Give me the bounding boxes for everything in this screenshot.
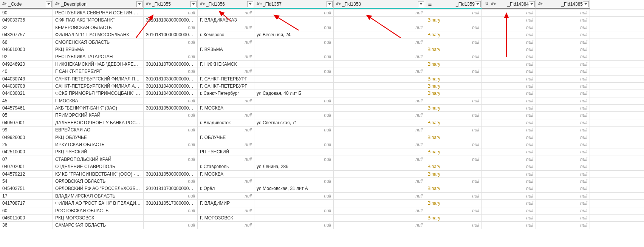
cell[interactable]	[254, 46, 334, 53]
cell[interactable]: null	[482, 119, 536, 126]
cell[interactable]: 32	[0, 24, 53, 31]
cell[interactable]: null	[482, 90, 536, 97]
table-row[interactable]: 05ПРИМОРСКИЙ КРАЙnullnullnullnullnullnul…	[0, 112, 644, 119]
cell[interactable]: null	[425, 39, 482, 46]
cell[interactable]	[334, 31, 425, 38]
cell[interactable]: ул Светланская, 71	[254, 119, 334, 126]
cell[interactable]: null	[254, 222, 334, 228]
cell[interactable]	[254, 61, 334, 68]
cell[interactable]: null	[425, 112, 482, 119]
cell[interactable]: null	[198, 127, 254, 133]
cell[interactable]: null	[536, 185, 590, 192]
cell[interactable]: 30101810700000000751	[144, 185, 198, 192]
cell[interactable]: null	[536, 53, 590, 60]
cell[interactable]: ОРЛОВСКАЯ ОБЛАСТЬ	[53, 178, 144, 185]
cell[interactable]: Binary	[425, 31, 482, 38]
cell[interactable]: null	[334, 178, 425, 185]
cell[interactable]: РЕСПУБЛИКА СЕВЕРНАЯ ОСЕТИЯ-АЛАНИЯ	[53, 9, 144, 16]
cell[interactable]	[334, 171, 425, 178]
cell[interactable]: null	[144, 24, 198, 31]
cell[interactable]: null	[536, 76, 590, 82]
cell[interactable]	[334, 61, 425, 68]
cell[interactable]: null	[482, 171, 536, 178]
table-row[interactable]: 54ОРЛОВСКАЯ ОБЛАСТЬnullnullnullnullnulln…	[0, 178, 644, 185]
cell[interactable]: Binary	[425, 200, 482, 207]
cell[interactable]: РКЦ МОРОЗОВСК	[53, 215, 144, 221]
cell[interactable]: null	[536, 90, 590, 97]
cell[interactable]: Г САНКТ-ПЕТЕРБУРГ	[53, 68, 144, 75]
cell[interactable]: 046610000	[0, 46, 53, 53]
cell[interactable]: null	[536, 148, 590, 155]
cell[interactable]: Binary	[425, 171, 482, 178]
cell[interactable]: г. Ставрополь	[198, 163, 254, 170]
cell[interactable]: null	[198, 53, 254, 60]
cell[interactable]: null	[482, 97, 536, 104]
cell[interactable]: null	[425, 68, 482, 75]
cell[interactable]: 30101810500000000461	[144, 105, 198, 111]
cell[interactable]: 041708717	[0, 200, 53, 207]
cell[interactable]: null	[334, 97, 425, 104]
cell[interactable]: null	[254, 39, 334, 46]
cell[interactable]: ул Ленина, 286	[254, 163, 334, 170]
cell[interactable]: null	[482, 215, 536, 221]
cell[interactable]: null	[536, 46, 590, 53]
cell[interactable]: null	[334, 112, 425, 119]
cell[interactable]: Binary	[425, 17, 482, 23]
cell[interactable]: НИЖНЕКАМСКИЙ ФАБ "ДЕВОН-КРЕДИТ" (ПАО)	[53, 61, 144, 68]
cell[interactable]: 30101810000000000757	[144, 31, 198, 38]
cell[interactable]: null	[425, 141, 482, 148]
cell[interactable]: 30101810517080000717	[144, 200, 198, 207]
cell[interactable]: null	[144, 141, 198, 148]
cell[interactable]: null	[254, 127, 334, 133]
cell[interactable]: ФИЛИАЛ N 11 ПАО МОСОБЛБАНК	[53, 31, 144, 38]
cell[interactable]: null	[198, 68, 254, 75]
cell[interactable]: null	[482, 53, 536, 60]
cell[interactable]	[334, 90, 425, 97]
cell[interactable]: null	[536, 24, 590, 31]
cell[interactable]: 92	[0, 53, 53, 60]
cell[interactable]: Г. МОРОЗОВСК	[198, 215, 254, 221]
table-row[interactable]: 046610000РКЦ ВЯЗЬМАГ. ВЯЗЬМАBinarynullnu…	[0, 46, 644, 53]
cell[interactable]: null	[482, 105, 536, 111]
cell[interactable]: null	[482, 156, 536, 163]
cell[interactable]: 30101810800000000736	[144, 17, 198, 23]
cell[interactable]: Г. МОСКВА	[198, 105, 254, 111]
cell[interactable]: null	[482, 17, 536, 23]
table-row[interactable]: 049246920НИЖНЕКАМСКИЙ ФАБ "ДЕВОН-КРЕДИТ"…	[0, 61, 644, 68]
cell[interactable]: 45	[0, 97, 53, 104]
table-row[interactable]: 60РОСТОВСКАЯ ОБЛАСТЬnullnullnullnullnull…	[0, 207, 644, 215]
table-row[interactable]: 046011000РКЦ МОРОЗОВСКГ. МОРОЗОВСКBinary…	[0, 215, 644, 222]
table-row[interactable]: 043207757ФИЛИАЛ N 11 ПАО МОСОБЛБАНК30101…	[0, 31, 644, 39]
cell[interactable]: null	[198, 141, 254, 148]
table-row[interactable]: 042510000РКЦ ЧУНСКИЙРП ЧУНСКИЙBinarynull…	[0, 148, 644, 156]
cell[interactable]: null	[482, 163, 536, 170]
column-filter-dropdown[interactable]	[475, 1, 481, 7]
cell[interactable]: null	[425, 9, 482, 16]
cell[interactable]: null	[144, 39, 198, 46]
column-header-_Fld1357[interactable]: _Fld1357	[254, 0, 334, 9]
cell[interactable]: ПРИМОРСКИЙ КРАЙ	[53, 112, 144, 119]
cell[interactable]: null	[144, 127, 198, 133]
cell[interactable]: null	[334, 193, 425, 199]
cell[interactable]: null	[482, 61, 536, 68]
column-filter-dropdown[interactable]	[247, 1, 253, 7]
cell[interactable]: Binary	[425, 134, 482, 141]
cell[interactable]: КЕМЕРОВСКАЯ ОБЛАСТЬ	[53, 24, 144, 31]
cell[interactable]: г. Владивосток	[198, 119, 254, 126]
cell[interactable]	[334, 134, 425, 141]
cell[interactable]	[334, 46, 425, 53]
cell[interactable]: null	[144, 53, 198, 60]
cell[interactable]: Binary	[425, 119, 482, 126]
cell[interactable]	[254, 76, 334, 82]
cell[interactable]: null	[334, 24, 425, 31]
cell[interactable]: null	[536, 193, 590, 199]
cell[interactable]: ОТДЕЛЕНИЕ СТАВРОПОЛЬ	[53, 163, 144, 170]
cell[interactable]: Binary	[425, 61, 482, 68]
cell[interactable]	[254, 17, 334, 23]
column-filter-dropdown[interactable]	[327, 1, 333, 7]
cell[interactable]: 045402751	[0, 185, 53, 192]
cell[interactable]: 044030821	[0, 90, 53, 97]
cell[interactable]: 60	[0, 207, 53, 214]
cell[interactable]: null	[536, 215, 590, 221]
cell[interactable]: null	[536, 17, 590, 23]
